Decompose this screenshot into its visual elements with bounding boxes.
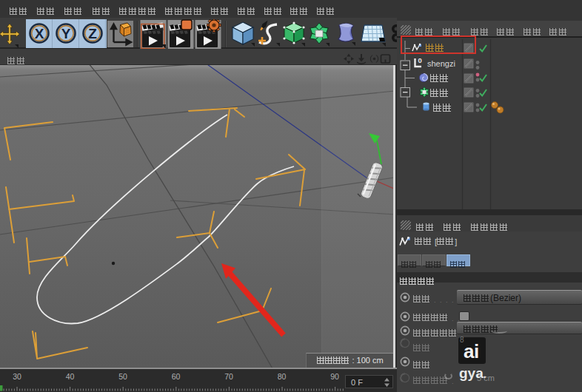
svg-text:90: 90 <box>330 372 339 381</box>
svg-text:80: 80 <box>278 372 287 381</box>
svg-text:X: X <box>35 26 44 41</box>
svg-text:Y: Y <box>61 26 71 41</box>
svg-text:60: 60 <box>172 372 181 381</box>
svg-text:30: 30 <box>13 372 21 381</box>
svg-text:40: 40 <box>66 372 75 381</box>
svg-text:50: 50 <box>118 372 127 381</box>
svg-text:Z: Z <box>88 26 97 41</box>
svg-text:0: 0 <box>418 57 422 64</box>
svg-text:70: 70 <box>224 372 233 381</box>
